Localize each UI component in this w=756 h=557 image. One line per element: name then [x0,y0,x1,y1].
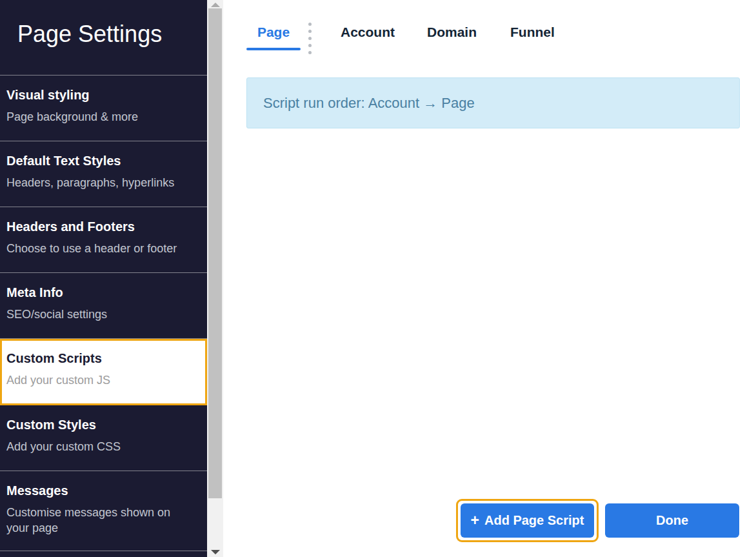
plus-icon: + [471,513,479,528]
sidebar-item-title: Custom Styles [6,416,201,433]
sidebar-item-custom-styles[interactable]: Custom Styles Add your custom CSS [0,405,207,471]
done-button[interactable]: Done [605,503,739,538]
script-run-order-text: Script run order: Account → Page [247,95,475,112]
sidebar-scrollbar[interactable] [207,0,223,557]
page-settings-dialog: Page Settings Visual styling Page backgr… [0,0,756,557]
sidebar-item-subtitle: Add your custom JS [6,372,187,388]
sidebar-item-headers-and-footers[interactable]: Headers and Footers Choose to use a head… [0,207,207,273]
sidebar-item-default-text-styles[interactable]: Default Text Styles Headers, paragraphs,… [0,141,207,207]
sidebar-item-messages[interactable]: Messages Customise messages shown on you… [0,471,207,551]
sidebar-item-title: Custom Scripts [6,350,201,367]
tab-domain[interactable]: Domain [427,24,477,40]
tab-separator-dots [308,23,312,54]
sidebar-item-title: Meta Info [6,284,201,301]
scroll-up-icon[interactable] [211,3,220,7]
sidebar-header: Page Settings [0,0,207,76]
sidebar-item-subtitle: Add your custom CSS [6,439,187,454]
tab-funnel[interactable]: Funnel [510,24,555,40]
sidebar-item-title: Visual styling [6,86,201,103]
page-title: Page Settings [17,19,194,49]
sidebar-item-subtitle: Page background & more [6,109,187,125]
sidebar-item-subtitle: Headers, paragraphs, hyperlinks [6,175,187,190]
sidebar-item-subtitle: Customise messages shown on your page [6,505,187,536]
sidebar-item-meta-info[interactable]: Meta Info SEO/social settings [0,273,207,339]
add-page-script-highlight: + Add Page Script [456,499,599,542]
sidebar-item-title: Headers and Footers [6,218,201,235]
sidebar-item-subtitle: SEO/social settings [6,307,187,322]
tab-page-label: Page [257,24,290,40]
add-page-script-button[interactable]: + Add Page Script [461,503,594,538]
tab-page[interactable]: Page [246,24,301,50]
sidebar-item-custom-scripts[interactable]: Custom Scripts Add your custom JS [0,339,207,405]
sidebar-item-title: Default Text Styles [6,152,201,169]
add-page-script-label: Add Page Script [484,513,584,528]
sidebar-item-title: Messages [6,482,201,499]
scroll-down-icon[interactable] [211,550,220,554]
tab-account[interactable]: Account [341,24,395,40]
main-panel: Page Account Domain Funnel Script run or… [223,0,756,557]
script-run-order-banner: Script run order: Account → Page [246,77,740,128]
scrollbar-thumb[interactable] [208,8,222,498]
sidebar: Page Settings Visual styling Page backgr… [0,0,207,557]
active-tab-underline [246,48,301,50]
sidebar-item-subtitle: Choose to use a header or footer [6,241,187,256]
tab-bar: Page Account Domain Funnel [223,0,756,54]
sidebar-item-visual-styling[interactable]: Visual styling Page background & more [0,76,207,141]
